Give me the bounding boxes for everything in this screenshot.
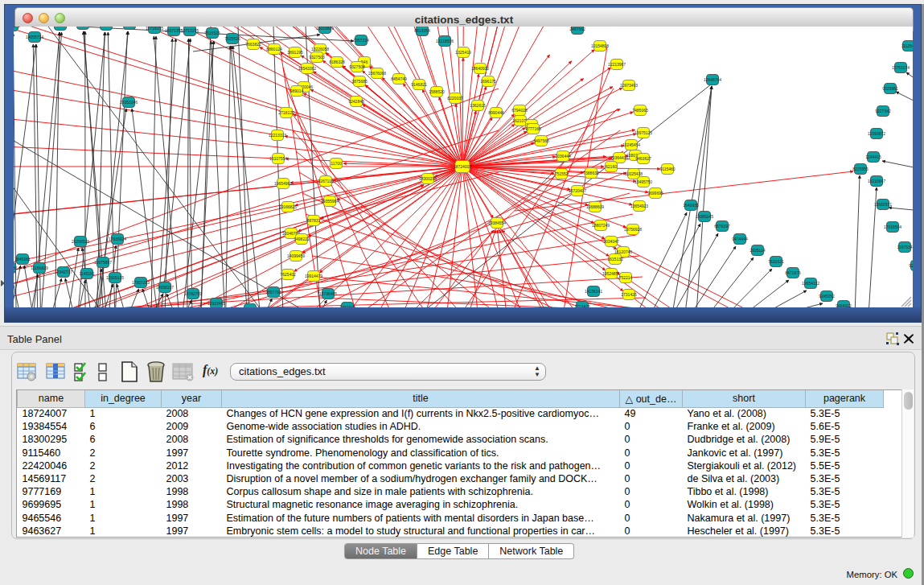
svg-text:16543362: 16543362	[298, 66, 316, 71]
svg-text:3891295: 3891295	[287, 50, 303, 55]
svg-text:1325419: 1325419	[455, 50, 471, 55]
svg-text:14958107: 14958107	[156, 285, 174, 290]
svg-text:19218506: 19218506	[436, 39, 454, 43]
svg-text:6879197: 6879197	[714, 224, 730, 229]
svg-text:7515526: 7515526	[224, 36, 240, 41]
svg-text:19914479: 19914479	[305, 274, 322, 278]
svg-text:13975867: 13975867	[94, 260, 112, 265]
svg-text:1731426: 1731426	[621, 292, 637, 297]
svg-text:18300295: 18300295	[419, 176, 437, 181]
svg-text:3915481: 3915481	[14, 266, 18, 270]
svg-text:6794028: 6794028	[511, 108, 528, 113]
svg-text:19389245: 19389245	[696, 214, 713, 219]
svg-text:10688609: 10688609	[586, 204, 604, 209]
svg-text:9242501: 9242501	[242, 307, 258, 307]
svg-text:19524851: 19524851	[602, 271, 620, 276]
svg-text:1588520: 1588520	[429, 89, 445, 94]
svg-text:9327503: 9327503	[309, 55, 325, 60]
svg-text:16782759: 16782759	[184, 291, 202, 296]
svg-text:752214: 752214	[619, 275, 633, 280]
svg-text:11156829: 11156829	[31, 266, 48, 270]
svg-text:10654112: 10654112	[802, 281, 819, 286]
svg-text:1615132: 1615132	[607, 257, 623, 262]
svg-text:1167534: 1167534	[897, 245, 912, 249]
svg-text:7663822: 7663822	[245, 42, 261, 47]
svg-text:8215955: 8215955	[852, 167, 869, 171]
svg-text:14099459: 14099459	[287, 253, 305, 258]
svg-text:14136141: 14136141	[585, 289, 602, 294]
svg-text:887831: 887831	[307, 218, 321, 223]
svg-text:1292346: 1292346	[339, 305, 355, 307]
svg-text:23676068: 23676068	[368, 71, 386, 76]
svg-text:2935114: 2935114	[749, 248, 765, 253]
svg-text:8220037: 8220037	[447, 96, 463, 101]
svg-text:17939924: 17939924	[109, 237, 126, 241]
svg-text:9327508: 9327508	[349, 64, 365, 69]
svg-text:19355964: 19355964	[321, 199, 339, 204]
svg-text:15736485: 15736485	[319, 291, 337, 296]
svg-text:1696175: 1696175	[480, 79, 496, 84]
svg-text:10245454: 10245454	[622, 142, 640, 147]
svg-text:19654963: 19654963	[274, 181, 292, 186]
svg-text:8860124: 8860124	[266, 47, 282, 51]
svg-text:10648764: 10648764	[704, 77, 721, 82]
svg-text:12942737: 12942737	[55, 270, 72, 274]
svg-text:18640910: 18640910	[471, 66, 489, 71]
svg-text:19166825: 19166825	[279, 204, 297, 209]
svg-text:9699695: 9699695	[647, 191, 663, 196]
svg-text:9777169: 9777169	[525, 126, 541, 131]
svg-text:1145191: 1145191	[79, 271, 94, 276]
svg-text:14055714: 14055714	[26, 35, 43, 39]
svg-text:7388632: 7388632	[583, 171, 599, 175]
svg-text:10713155: 10713155	[181, 28, 199, 33]
svg-text:1527602: 1527602	[98, 27, 114, 27]
svg-text:20364436: 20364436	[610, 155, 628, 160]
svg-text:9463627: 9463627	[635, 156, 651, 161]
svg-text:18807249: 18807249	[592, 223, 610, 228]
svg-text:7485063: 7485063	[632, 108, 648, 113]
svg-text:16107554: 16107554	[269, 156, 287, 161]
svg-text:8813054: 8813054	[414, 28, 430, 33]
svg-text:8186328: 8186328	[329, 60, 345, 64]
svg-text:13495750: 13495750	[634, 179, 652, 184]
svg-text:15692971: 15692971	[874, 202, 892, 207]
svg-text:13226058: 13226058	[311, 47, 329, 51]
svg-text:1112543: 1112543	[901, 43, 913, 48]
svg-text:10025438: 10025438	[625, 171, 643, 176]
svg-text:2036444: 2036444	[555, 154, 571, 159]
svg-text:18724007: 18724007	[454, 164, 471, 169]
svg-text:2718129: 2718129	[278, 110, 294, 115]
svg-text:15751074: 15751074	[892, 65, 910, 70]
svg-text:17957253: 17957253	[132, 280, 150, 285]
svg-text:1405571: 1405571	[14, 27, 20, 28]
svg-text:7357224: 7357224	[353, 38, 369, 43]
svg-text:12213967: 12213967	[608, 62, 626, 67]
svg-text:19756928: 19756928	[624, 227, 642, 232]
svg-text:16120746: 16120746	[614, 249, 632, 254]
svg-text:16210647: 16210647	[868, 179, 885, 183]
svg-text:1845081: 1845081	[14, 257, 31, 262]
svg-text:1244415: 1244415	[865, 154, 881, 159]
svg-text:12923465: 12923465	[207, 301, 225, 306]
svg-text:20691406: 20691406	[51, 27, 69, 27]
svg-text:15720407: 15720407	[569, 188, 586, 193]
svg-text:7625402: 7625402	[280, 272, 296, 277]
svg-text:10154808: 10154808	[591, 43, 609, 48]
svg-text:751552: 751552	[555, 171, 569, 176]
svg-text:12213313: 12213313	[269, 133, 286, 138]
svg-text:10973493: 10973493	[620, 83, 638, 88]
svg-text:17016504: 17016504	[884, 225, 901, 229]
svg-text:8471676: 8471676	[785, 270, 801, 275]
svg-text:3875685: 3875685	[351, 79, 368, 84]
svg-text:9329961: 9329961	[882, 86, 898, 91]
svg-text:11700: 11700	[331, 161, 342, 166]
svg-text:16033809: 16033809	[316, 27, 334, 31]
svg-text:13975125: 13975125	[634, 130, 652, 135]
svg-text:1640935: 1640935	[683, 203, 699, 208]
svg-text:8990444: 8990444	[488, 110, 504, 115]
svg-text:9857791: 9857791	[265, 290, 281, 295]
svg-text:7632621: 7632621	[768, 259, 784, 264]
svg-text:9034047: 9034047	[603, 239, 619, 244]
svg-text:9224501: 9224501	[909, 263, 913, 268]
svg-text:6497568: 6497568	[533, 138, 549, 143]
